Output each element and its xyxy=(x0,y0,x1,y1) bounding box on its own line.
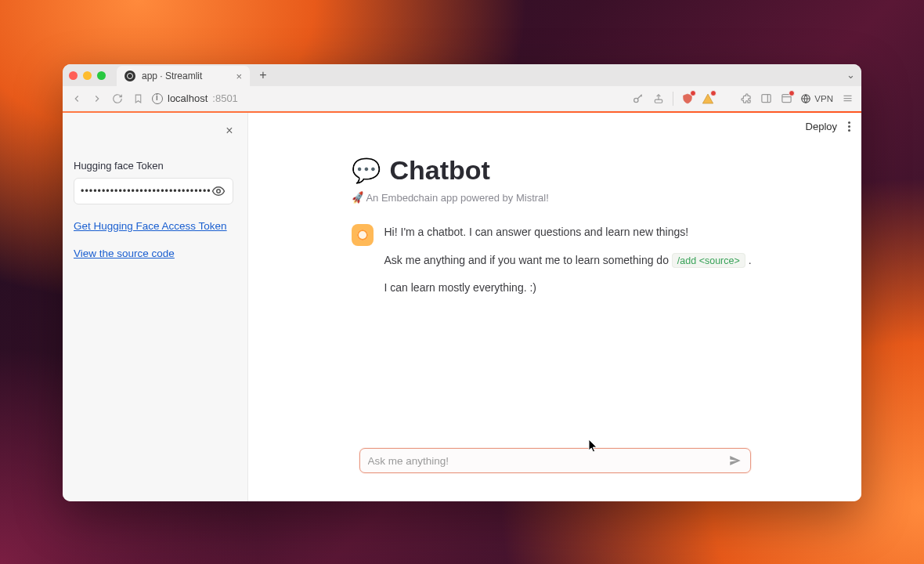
deploy-button[interactable]: Deploy xyxy=(806,121,837,132)
svg-rect-1 xyxy=(655,99,662,103)
svg-point-0 xyxy=(634,98,638,102)
toolbar-right: VPN xyxy=(632,92,854,106)
vpn-button[interactable]: VPN xyxy=(800,92,833,105)
streamlit-main: Deploy 💬 Chatbot 🚀 An Embedchain app pow… xyxy=(248,113,861,501)
bookmark-icon[interactable] xyxy=(132,92,144,105)
page-body: 💬 Chatbot 🚀 An Embedchain app powered by… xyxy=(336,155,774,308)
svg-point-10 xyxy=(217,190,221,193)
url-port: :8501 xyxy=(212,92,238,104)
assistant-message: Hi! I'm a chatbot. I can answer question… xyxy=(352,224,759,308)
reveal-password-icon[interactable] xyxy=(211,183,226,199)
streamlit-favicon-icon xyxy=(125,70,135,81)
close-tab-button[interactable]: × xyxy=(236,71,242,81)
nav-back-button[interactable] xyxy=(70,92,83,105)
close-window-button[interactable] xyxy=(69,71,78,80)
add-command-code: /add <source> xyxy=(672,253,745,268)
window-controls xyxy=(69,71,106,80)
browser-toolbar: localhost:8501 xyxy=(63,86,861,111)
close-sidebar-button[interactable]: × xyxy=(221,122,238,139)
app-menu-button[interactable] xyxy=(848,121,850,132)
svg-rect-2 xyxy=(762,95,771,103)
token-field[interactable] xyxy=(74,178,233,204)
token-label: Hugging face Token xyxy=(74,160,233,172)
message-body: Hi! I'm a chatbot. I can answer question… xyxy=(384,224,752,308)
update-icon[interactable] xyxy=(780,92,792,105)
get-token-link[interactable]: Get Hugging Face Access Token xyxy=(74,220,233,232)
address-bar[interactable]: localhost:8501 xyxy=(152,92,624,104)
notification-dot-icon xyxy=(710,90,716,96)
title-text: Chatbot xyxy=(390,155,490,186)
message-line-2-pre: Ask me anything and if you want me to le… xyxy=(384,254,672,266)
tabs-dropdown-button[interactable]: ⌄ xyxy=(846,69,855,81)
speech-bubble-icon: 💬 xyxy=(352,159,381,183)
message-line-1: Hi! I'm a chatbot. I can answer question… xyxy=(384,224,752,241)
site-info-icon[interactable] xyxy=(152,93,163,104)
assistant-avatar-icon xyxy=(352,224,374,246)
sidepanel-icon[interactable] xyxy=(760,92,772,105)
extension-shield-icon[interactable] xyxy=(681,92,694,105)
vpn-label: VPN xyxy=(814,94,833,103)
maximize-window-button[interactable] xyxy=(97,71,106,80)
notification-dot-icon xyxy=(789,90,795,96)
new-tab-button[interactable]: + xyxy=(254,67,272,84)
password-key-icon[interactable] xyxy=(632,92,644,105)
subtitle-text: An Embedchain app powered by Mistral! xyxy=(366,192,548,204)
page-subtitle: 🚀 An Embedchain app powered by Mistral! xyxy=(352,192,759,204)
extension-warning-icon[interactable] xyxy=(702,92,714,105)
browser-menu-icon[interactable] xyxy=(841,92,854,105)
notification-dot-icon xyxy=(690,90,696,96)
desktop-background: app · Streamlit × + ⌄ localhost:8501 xyxy=(0,0,924,564)
message-line-2: Ask me anything and if you want me to le… xyxy=(384,252,752,269)
chat-input-container[interactable] xyxy=(359,448,751,473)
url-host: localhost xyxy=(168,92,208,104)
browser-tab[interactable]: app · Streamlit × xyxy=(117,66,250,86)
extensions-puzzle-icon[interactable] xyxy=(739,92,752,105)
page-content: × Hugging face Token Get Hugging Face Ac… xyxy=(63,113,861,501)
message-line-2-post: . xyxy=(745,254,752,266)
browser-window: app · Streamlit × + ⌄ localhost:8501 xyxy=(63,64,861,501)
streamlit-sidebar: × Hugging face Token Get Hugging Face Ac… xyxy=(63,113,248,501)
send-button[interactable] xyxy=(728,454,742,468)
tab-title: app · Streamlit xyxy=(142,70,202,81)
token-input[interactable] xyxy=(81,186,211,197)
chat-input[interactable] xyxy=(368,455,728,467)
browser-tabstrip: app · Streamlit × + ⌄ xyxy=(63,64,861,86)
page-title: 💬 Chatbot xyxy=(352,155,759,186)
nav-forward-button[interactable] xyxy=(91,92,103,105)
share-icon[interactable] xyxy=(652,92,665,105)
toolbar-separator xyxy=(673,92,673,106)
rocket-icon: 🚀 xyxy=(350,191,364,205)
message-line-3: I can learn mostly everything. :) xyxy=(384,280,752,297)
minimize-window-button[interactable] xyxy=(83,71,92,80)
streamlit-toolbar: Deploy xyxy=(806,121,850,132)
reload-button[interactable] xyxy=(111,92,124,105)
view-source-link[interactable]: View the source code xyxy=(74,248,233,259)
